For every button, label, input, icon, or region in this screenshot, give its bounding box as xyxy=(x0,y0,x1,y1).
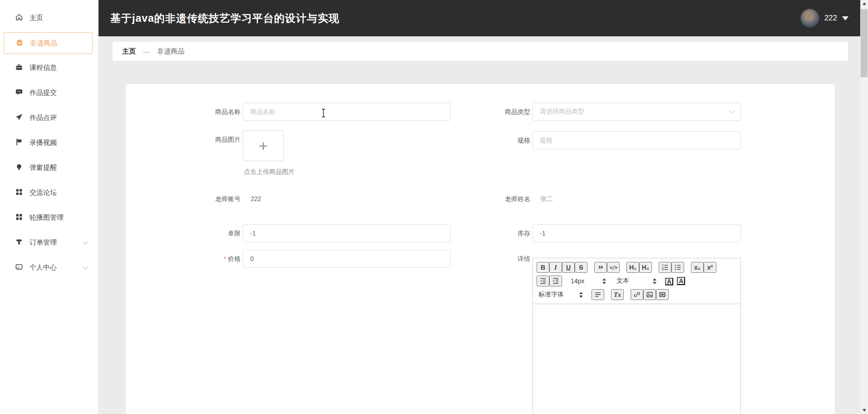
sidebar-item-label: 弹窗提醒 xyxy=(30,163,98,172)
main-content: 主页 — 非遗商品 商品名称 商品类型 请选择商品类型 商品图片 + 点击上传商… xyxy=(99,36,860,414)
header-picker[interactable]: 文本 xyxy=(615,276,658,286)
detail-label: 详情 xyxy=(467,250,530,268)
teacher-name-value: 张二 xyxy=(540,194,553,203)
sidebar-item-heritage-products[interactable]: 非遗商品 xyxy=(4,32,93,54)
user-menu[interactable]: 222 xyxy=(800,9,848,28)
chevron-down-icon xyxy=(729,108,735,113)
sidebar-item-home[interactable]: 主页 xyxy=(0,5,98,30)
sidebar-item-work-review[interactable]: 作品点评 xyxy=(0,105,98,130)
align-button[interactable] xyxy=(592,289,604,300)
updown-icon xyxy=(653,278,656,284)
breadcrumb: 主页 — 非遗商品 xyxy=(113,42,848,61)
spec-input[interactable] xyxy=(533,131,741,149)
clipboard-icon xyxy=(15,39,24,48)
video-button[interactable] xyxy=(656,289,669,300)
product-name-input[interactable] xyxy=(243,103,451,121)
sidebar-item-orders[interactable]: 订单管理 xyxy=(0,230,98,255)
sidebar-item-label: 轮播图管理 xyxy=(30,213,98,222)
page-title: 基于java的非遗传统技艺学习平台的设计与实现 xyxy=(110,11,340,25)
product-type-label: 商品类型 xyxy=(467,103,530,121)
user-dropdown-icon[interactable] xyxy=(842,16,848,20)
image-button[interactable] xyxy=(643,289,656,300)
header-1-button[interactable]: H₁ xyxy=(626,262,639,273)
price-input[interactable] xyxy=(243,250,451,268)
text-color-button[interactable]: A xyxy=(665,278,673,286)
bulb-icon xyxy=(15,163,23,172)
ordered-list-button[interactable] xyxy=(659,262,671,273)
form-card: 商品名称 商品类型 请选择商品类型 商品图片 + 点击上传商品图片 规格 老师账… xyxy=(126,84,835,414)
font-size-value: 14px xyxy=(571,277,584,285)
sidebar-item-profile[interactable]: 个人中心 xyxy=(0,255,98,280)
sidebar-item-work-submit[interactable]: 作品提交 xyxy=(0,80,98,105)
product-type-placeholder: 请选择商品类型 xyxy=(540,108,730,116)
underline-button[interactable]: U xyxy=(562,262,575,273)
sidebar-item-label: 非遗商品 xyxy=(30,39,92,48)
code-block-button[interactable]: </> xyxy=(607,262,620,273)
sidebar: 主页 非遗商品 课程信息 作品提交 作品点评 录播视频 弹窗提醒 xyxy=(0,0,99,414)
user-name: 222 xyxy=(824,14,837,23)
user-avatar[interactable] xyxy=(800,9,819,28)
grid-icon xyxy=(15,188,23,197)
product-name-label: 商品名称 xyxy=(177,103,241,121)
filter-icon xyxy=(15,238,23,247)
sidebar-item-popup-reminder[interactable]: 弹窗提醒 xyxy=(0,155,98,180)
link-button[interactable] xyxy=(631,289,643,300)
breadcrumb-separator: — xyxy=(143,48,150,55)
scrollbar-down-arrow[interactable] xyxy=(860,407,868,414)
bullet-list-button[interactable] xyxy=(671,262,684,273)
clean-format-button[interactable]: Tx xyxy=(611,289,624,300)
chat-icon xyxy=(15,88,23,98)
vertical-scrollbar[interactable] xyxy=(860,0,868,414)
italic-button[interactable]: I xyxy=(549,262,562,273)
background-color-button[interactable]: A xyxy=(677,277,685,285)
stock-input[interactable] xyxy=(533,224,741,242)
spec-label: 规格 xyxy=(467,131,530,149)
chevron-down-icon xyxy=(83,264,88,269)
card-icon xyxy=(15,263,23,272)
sidebar-item-label: 录播视频 xyxy=(30,138,98,147)
sidebar-item-carousel[interactable]: 轮播图管理 xyxy=(0,205,98,230)
breadcrumb-current: 非遗商品 xyxy=(157,47,184,56)
sidebar-item-course-info[interactable]: 课程信息 xyxy=(0,55,98,80)
header-picker-value: 文本 xyxy=(616,277,629,285)
product-image-label: 商品图片 xyxy=(177,130,241,148)
sidebar-item-label: 作品提交 xyxy=(30,89,98,97)
strikethrough-button[interactable]: S xyxy=(575,262,587,273)
sidebar-item-label: 个人中心 xyxy=(30,263,77,272)
sidebar-item-video[interactable]: 录播视频 xyxy=(0,130,98,155)
app-window: 主页 非遗商品 课程信息 作品提交 作品点评 录播视频 弹窗提醒 xyxy=(0,0,868,414)
font-family-picker[interactable]: 标准字体 xyxy=(537,289,585,300)
send-icon xyxy=(15,113,23,123)
home-icon xyxy=(15,13,23,23)
briefcase-icon xyxy=(15,63,23,73)
plus-icon: + xyxy=(259,138,268,153)
breadcrumb-home[interactable]: 主页 xyxy=(122,47,136,56)
upload-hint: 点击上传商品图片 xyxy=(244,168,295,176)
limit-input[interactable] xyxy=(243,224,451,242)
teacher-name-label: 老师姓名 xyxy=(467,194,530,203)
indent-button[interactable] xyxy=(549,276,562,286)
sidebar-item-label: 作品点评 xyxy=(30,113,98,122)
sidebar-item-label: 课程信息 xyxy=(30,64,98,72)
chevron-down-icon xyxy=(83,239,88,244)
header-2-button[interactable]: H₂ xyxy=(639,262,652,273)
superscript-button[interactable]: x² xyxy=(704,262,716,273)
product-image-upload[interactable]: + xyxy=(243,130,284,161)
scrollbar-thumb[interactable] xyxy=(861,9,868,77)
product-type-select[interactable]: 请选择商品类型 xyxy=(533,103,741,121)
font-size-picker[interactable]: 14px xyxy=(569,276,608,286)
stock-label: 库存 xyxy=(467,224,530,242)
blockquote-button[interactable]: ” xyxy=(594,262,607,273)
scrollbar-up-arrow[interactable] xyxy=(860,0,868,7)
outdent-button[interactable] xyxy=(537,276,549,286)
subscript-button[interactable]: x₂ xyxy=(691,262,704,273)
updown-icon xyxy=(579,292,583,298)
teacher-account-label: 老师账号 xyxy=(177,194,241,203)
grid-icon xyxy=(15,213,23,222)
sidebar-item-label: 订单管理 xyxy=(30,238,77,247)
bold-button[interactable]: B xyxy=(537,262,549,273)
sidebar-item-forum[interactable]: 交流论坛 xyxy=(0,180,98,205)
teacher-account-value: 222 xyxy=(251,194,261,203)
top-header: 基于java的非遗传统技艺学习平台的设计与实现 222 xyxy=(99,0,860,36)
editor-body[interactable] xyxy=(533,304,741,414)
